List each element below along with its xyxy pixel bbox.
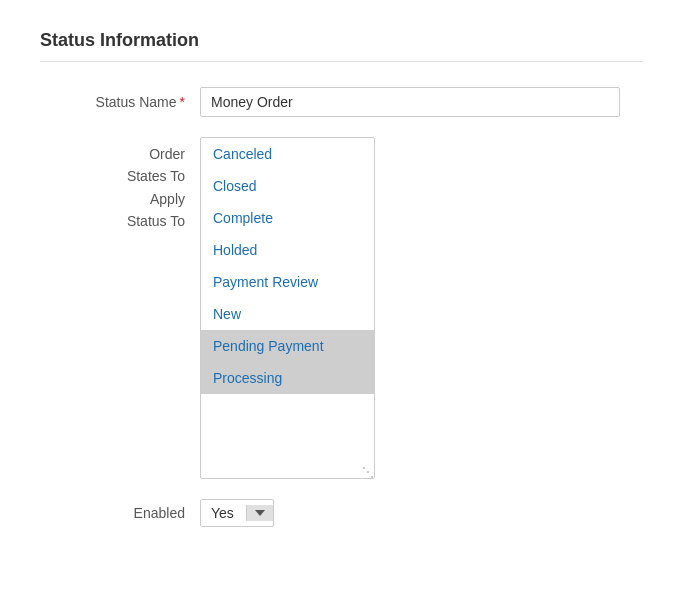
option-payment-review[interactable]: Payment Review: [201, 266, 374, 298]
status-name-row: Status Name*: [40, 87, 643, 117]
enabled-dropdown-button[interactable]: [246, 505, 273, 521]
enabled-label: Enabled: [40, 505, 200, 521]
option-pending-payment[interactable]: Pending Payment: [201, 330, 374, 362]
resize-handle: ⋱: [362, 466, 372, 476]
section-divider: [40, 61, 643, 62]
order-states-label: OrderStates ToApplyStatus To: [40, 137, 200, 233]
option-closed[interactable]: Closed: [201, 170, 374, 202]
option-complete[interactable]: Complete: [201, 202, 374, 234]
multiselect-container: Canceled Closed Complete Holded Payment …: [200, 137, 375, 479]
option-holded[interactable]: Holded: [201, 234, 374, 266]
order-states-field-wrapper: Canceled Closed Complete Holded Payment …: [200, 137, 643, 479]
status-name-field-wrapper: [200, 87, 643, 117]
enabled-value-display: Yes: [201, 500, 246, 526]
enabled-select-wrapper[interactable]: Yes: [200, 499, 274, 527]
section-title: Status Information: [40, 30, 643, 51]
enabled-row: Enabled Yes: [40, 499, 643, 527]
option-new[interactable]: New: [201, 298, 374, 330]
status-name-input[interactable]: [200, 87, 620, 117]
option-canceled[interactable]: Canceled: [201, 138, 374, 170]
order-states-multiselect[interactable]: Canceled Closed Complete Holded Payment …: [201, 138, 374, 478]
required-indicator: *: [180, 94, 185, 110]
order-states-row: OrderStates ToApplyStatus To Canceled Cl…: [40, 137, 643, 479]
status-name-label: Status Name*: [40, 87, 200, 113]
chevron-down-icon: [255, 510, 265, 516]
option-processing[interactable]: Processing: [201, 362, 374, 394]
